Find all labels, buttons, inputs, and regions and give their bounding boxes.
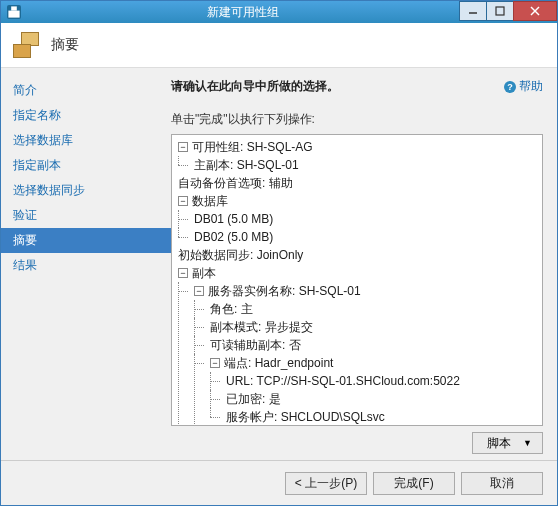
tree-label: 已加密: 是 [226, 390, 281, 408]
sidebar-step[interactable]: 指定名称 [1, 103, 171, 128]
instruction-confirm: 请确认在此向导中所做的选择。 [171, 78, 543, 95]
chevron-down-icon: ▼ [523, 438, 532, 448]
tree-label: 角色: 主 [210, 300, 253, 318]
tree-label: 可读辅助副本: 否 [210, 336, 301, 354]
summary-tree[interactable]: −可用性组: SH-SQL-AG主副本: SH-SQL-01自动备份首选项: 辅… [171, 134, 543, 426]
tree-label: 服务器实例名称: SH-SQL-01 [208, 282, 361, 300]
tree-label: 数据库 [192, 192, 228, 210]
tree-node[interactable]: 已加密: 是 [226, 390, 281, 408]
sidebar-step[interactable]: 选择数据同步 [1, 178, 171, 203]
tree-label: 副本模式: 异步提交 [210, 318, 313, 336]
tree-node[interactable]: −数据库 [178, 192, 228, 210]
help-link[interactable]: ? 帮助 [504, 78, 543, 95]
sidebar-step[interactable]: 简介 [1, 78, 171, 103]
tree-node[interactable]: 服务帐户: SHCLOUD\SQLsvc [226, 408, 385, 426]
help-icon: ? [504, 81, 516, 93]
tree-node[interactable]: 初始数据同步: JoinOnly [178, 246, 303, 264]
window-buttons [460, 1, 557, 23]
tree-node[interactable]: 副本模式: 异步提交 [210, 318, 313, 336]
sidebar-step[interactable]: 验证 [1, 203, 171, 228]
tree-node[interactable]: DB02 (5.0 MB) [194, 228, 273, 246]
content-area: 简介指定名称选择数据库指定副本选择数据同步验证摘要结果 ? 帮助 请确认在此向导… [1, 68, 557, 460]
tree-label: 副本 [192, 264, 216, 282]
expand-icon[interactable]: − [178, 196, 188, 206]
sidebar-step[interactable]: 指定副本 [1, 153, 171, 178]
help-label: 帮助 [519, 78, 543, 95]
tree-label: 可用性组: SH-SQL-AG [192, 138, 313, 156]
expand-icon[interactable]: − [194, 286, 204, 296]
wizard-icon [13, 30, 41, 60]
script-button[interactable]: 脚本 ▼ [472, 432, 543, 454]
main-panel: ? 帮助 请确认在此向导中所做的选择。 单击"完成"以执行下列操作: −可用性组… [171, 68, 557, 460]
close-button[interactable] [513, 1, 557, 21]
svg-rect-0 [8, 11, 19, 18]
cancel-button[interactable]: 取消 [461, 472, 543, 495]
tree-label: DB01 (5.0 MB) [194, 210, 273, 228]
tree-label: 服务帐户: SHCLOUD\SQLsvc [226, 408, 385, 426]
previous-button[interactable]: < 上一步(P) [285, 472, 367, 495]
script-row: 脚本 ▼ [171, 426, 543, 454]
wizard-steps-sidebar: 简介指定名称选择数据库指定副本选择数据同步验证摘要结果 [1, 68, 171, 460]
tree-node[interactable]: DB01 (5.0 MB) [194, 210, 273, 228]
tree-label: 主副本: SH-SQL-01 [194, 156, 299, 174]
page-title: 摘要 [51, 36, 79, 54]
window-title: 新建可用性组 [25, 4, 460, 21]
tree-node[interactable]: −服务器实例名称: SH-SQL-01 [194, 282, 361, 300]
instruction-execute: 单击"完成"以执行下列操作: [171, 111, 543, 128]
app-icon [7, 5, 21, 19]
finish-button[interactable]: 完成(F) [373, 472, 455, 495]
tree-node[interactable]: 自动备份首选项: 辅助 [178, 174, 293, 192]
tree-label: 初始数据同步: JoinOnly [178, 246, 303, 264]
tree-node[interactable]: URL: TCP://SH-SQL-01.SHCloud.com:5022 [226, 372, 460, 390]
svg-rect-1 [11, 6, 17, 10]
tree-node[interactable]: −端点: Hadr_endpoint [210, 354, 333, 372]
sidebar-step[interactable]: 结果 [1, 253, 171, 278]
svg-rect-3 [496, 7, 504, 15]
tree-label: URL: TCP://SH-SQL-01.SHCloud.com:5022 [226, 372, 460, 390]
tree-label: 自动备份首选项: 辅助 [178, 174, 293, 192]
title-bar: 新建可用性组 [1, 1, 557, 23]
minimize-button[interactable] [459, 1, 487, 21]
tree-node[interactable]: 可读辅助副本: 否 [210, 336, 301, 354]
tree-label: DB02 (5.0 MB) [194, 228, 273, 246]
maximize-button[interactable] [486, 1, 514, 21]
sidebar-step[interactable]: 摘要 [1, 228, 171, 253]
page-header: 摘要 [1, 23, 557, 68]
tree-node[interactable]: 主副本: SH-SQL-01 [194, 156, 299, 174]
expand-icon[interactable]: − [178, 142, 188, 152]
tree-node[interactable]: 角色: 主 [210, 300, 253, 318]
sidebar-step[interactable]: 选择数据库 [1, 128, 171, 153]
footer-buttons: < 上一步(P) 完成(F) 取消 [1, 460, 557, 506]
script-label: 脚本 [487, 435, 511, 452]
expand-icon[interactable]: − [178, 268, 188, 278]
tree-node[interactable]: −副本 [178, 264, 216, 282]
expand-icon[interactable]: − [210, 358, 220, 368]
tree-node[interactable]: −可用性组: SH-SQL-AG [178, 138, 313, 156]
tree-label: 端点: Hadr_endpoint [224, 354, 333, 372]
